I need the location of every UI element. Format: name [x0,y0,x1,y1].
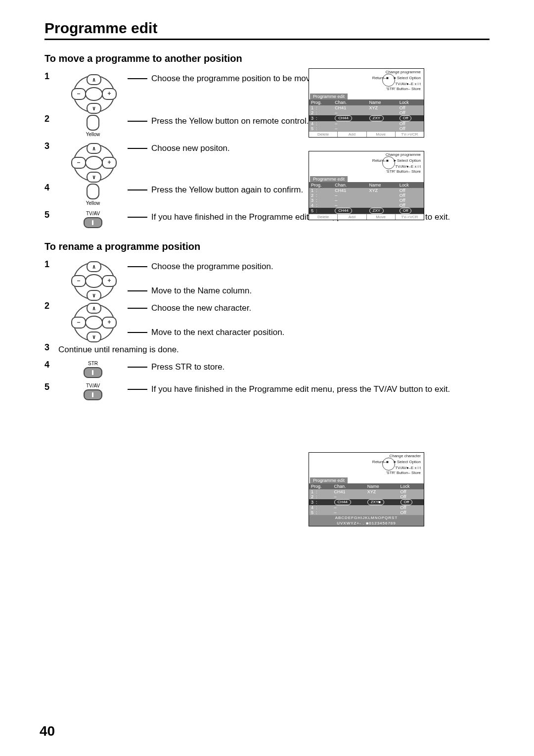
step-number: 2 [44,301,58,311]
tvav-button-icon [84,217,102,228]
step-text: Press the Yellow button again to confirm… [151,185,303,196]
step-text: Move to the Name column. [151,285,252,297]
step-text: Continue until renaming is done. [58,345,179,354]
dpad-icon: ∧ ∨ – + [68,263,118,297]
step-number: 1 [44,259,58,270]
page-title-bar: Programme edit [44,20,490,40]
page-title: Programme edit [44,20,490,37]
yellow-label: Yellow [86,200,100,206]
dpad-icon: ∧ ∨ – + [68,305,118,338]
dpad-icon: ∧ ∨ – + [68,145,118,179]
section-rename-heading: To rename a programme position [44,241,490,252]
rename-steps: 1 ∧ ∨ – + Choose the programme position.… [44,259,490,400]
step-text: Press STR to store. [151,362,224,373]
dpad-icon: ∧ ∨ – + [68,76,118,110]
step-text: Choose new positon. [151,143,230,154]
step-text: Choose the new character. [151,303,251,314]
step-number: 3 [44,141,58,151]
section-move-heading: To move a programme to another position [44,53,490,64]
step-number: 5 [44,210,58,220]
step-text: Choose the programme position to be move… [151,73,322,85]
yellow-label: Yellow [86,132,100,137]
step-number: 2 [44,114,58,124]
step-text: If you have finished in the Programme ed… [151,384,450,395]
step-number: 3 [44,342,58,353]
osd-panel-2: Change programmeReturn–■ ►Select OptionT… [309,151,424,220]
str-label: STR [88,361,98,366]
tvav-label: TV/AV [86,383,100,388]
yellow-button-icon [87,184,99,199]
str-button-icon [84,367,102,378]
tvav-button-icon [84,389,102,400]
page-number: 40 [40,723,55,739]
osd-panel-3: Change characterReturn–■ ►Select OptionT… [309,452,424,526]
step-number: 5 [44,382,58,392]
step-number: 1 [44,71,58,82]
yellow-button-icon [87,115,99,131]
step-text: Press the Yellow button on remote contro… [151,116,309,127]
tvav-label: TV/AV [86,211,100,216]
osd-panel-1: Change programmeReturn–■ ►Select OptionT… [309,68,424,138]
step-number: 4 [44,360,58,370]
step-text: Move to the next character position. [151,327,284,338]
step-text: Choose the programme position. [151,261,273,273]
step-number: 4 [44,183,58,193]
